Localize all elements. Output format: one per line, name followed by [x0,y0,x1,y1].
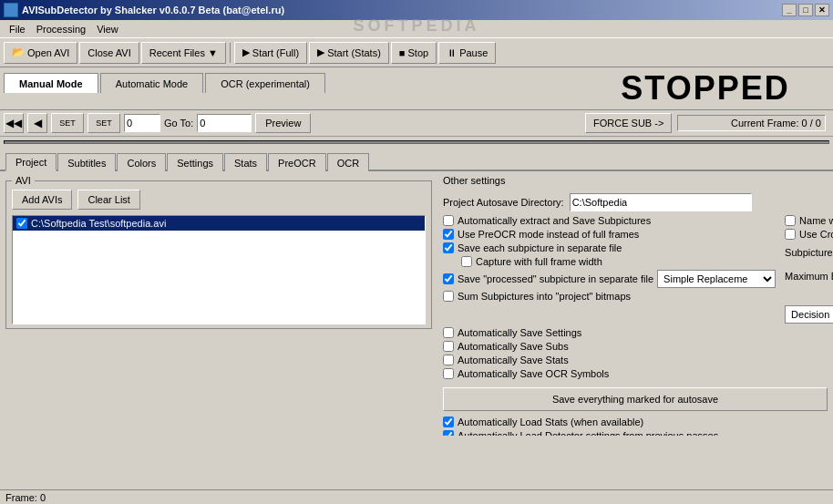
stop-icon: ■ [399,47,406,58]
right-col: Name with frame number first Use Crop Di… [785,215,833,324]
auto-load-detector-checkbox[interactable] [443,430,454,436]
auto-load-stats-row: Automatically Load Stats (when available… [443,417,828,427]
sum-subpictures-label: Sum Subpictures into "project" bitmaps [458,291,631,302]
titlebar: AVISubDetector by Shalcker v0.6.0.7 Beta… [0,0,833,20]
menu-view[interactable]: View [91,22,124,36]
start-full-button[interactable]: ▶ Start (Full) [234,42,307,64]
auto-save-settings-row: Automatically Save Settings [443,327,609,338]
use-crop-label: Use Crop Dimensions [799,229,833,240]
frame-input-2[interactable] [197,114,252,132]
open-avi-button[interactable]: 📂 Open AVI [4,42,77,64]
save-processed-checkbox[interactable] [443,273,454,284]
subpicture-margins-label: Subpicture Box Margins: [785,247,833,258]
file-checkbox[interactable] [16,218,27,229]
auto-save-ocr-row: Automatically Save OCR Symbols [443,368,609,379]
force-sub-row: FORCE SUB -> Current Frame: 0 / 0 [578,110,833,136]
use-crop-checkbox[interactable] [785,229,796,240]
main-content: AVI Add AVIs Clear List C:\Softpedia Tes… [0,171,833,436]
left-panel: AVI Add AVIs Clear List C:\Softpedia Tes… [0,171,437,436]
use-preocr-checkbox[interactable] [443,229,454,240]
auto-save-left: Automatically Save Settings Automaticall… [443,327,609,382]
start-stats-button[interactable]: ▶ Start (Stats) [309,42,389,64]
nav-back-button[interactable]: ◀◀ [4,113,24,133]
auto-save-settings-checkbox[interactable] [443,327,454,338]
use-preocr-label: Use PreOCR mode instead of full frames [458,229,639,240]
auto-save-section: Automatically Save Settings Automaticall… [443,327,828,382]
sum-subpictures-checkbox[interactable] [443,291,454,302]
file-list[interactable]: C:\Softpedia Test\softpedia.avi [12,215,426,324]
auto-mode-dropdown[interactable]: Decision Data [785,305,833,324]
set2-button[interactable]: SET [87,113,120,133]
recent-files-button[interactable]: Recent Files ▼ [141,42,226,64]
auto-load-detector-row: Automatically Load Detector settings fro… [443,430,828,436]
close-avi-button[interactable]: Close AVI [79,42,139,64]
tab-subtitles[interactable]: Subtitles [57,153,116,171]
list-item[interactable]: C:\Softpedia Test\softpedia.avi [13,216,425,231]
mode-tab-ocr[interactable]: OCR (experimental) [205,73,325,93]
auto-extract-checkbox[interactable] [443,215,454,226]
dropdown-arrow-icon: ▼ [208,47,218,58]
maximize-button[interactable]: □ [798,4,813,16]
auto-save-subs-checkbox[interactable] [443,341,454,352]
frame-input-1[interactable] [124,114,160,132]
autosave-button[interactable]: Save everything marked for autosave [443,387,828,411]
status-section: STOPPED [578,67,833,109]
name-frame-number-label: Name with frame number first [799,215,833,226]
save-processed-label: Save "processed" subpicture in separate … [458,273,653,284]
titlebar-title: AVISubDetector by Shalcker v0.6.0.7 Beta… [22,5,284,15]
tab-stats[interactable]: Stats [224,153,267,171]
play-stats-icon: ▶ [317,46,324,58]
name-frame-number-checkbox[interactable] [785,215,796,226]
clear-list-button[interactable]: Clear List [77,190,139,210]
tab-project[interactable]: Project [5,153,57,171]
tab-preocr[interactable]: PreOCR [268,153,326,171]
mode-tab-automatic[interactable]: Automatic Mode [100,73,203,93]
mode-tabs-row: Manual Mode Automatic Mode OCR (experime… [0,67,578,93]
force-sub-button[interactable]: FORCE SUB -> [585,113,672,133]
add-avis-button[interactable]: Add AVIs [12,190,72,210]
tab-settings[interactable]: Settings [167,153,223,171]
max-bitmap-row: Maximum Bitmap Height: [785,267,833,285]
stop-button[interactable]: ■ Stop [391,42,437,64]
preview-button[interactable]: Preview [255,113,311,133]
auto-save-subs-row: Automatically Save Subs [443,341,609,352]
menu-processing[interactable]: Processing [31,22,91,36]
autosave-dir-input[interactable] [570,193,752,211]
scrubber-track[interactable] [4,140,829,144]
auto-save-ocr-checkbox[interactable] [443,368,454,379]
auto-save-ocr-label: Automatically Save OCR Symbols [458,368,609,379]
stopped-indicator: STOPPED [621,69,789,108]
auto-save-stats-checkbox[interactable] [443,355,454,365]
statusbar: Frame: 0 [0,489,833,504]
subpicture-margins-row: Subpicture Box Margins: [785,243,833,262]
close-button[interactable]: ✕ [815,4,829,16]
pause-button[interactable]: ⏸ Pause [438,42,496,64]
use-preocr-row: Use PreOCR mode instead of full frames [443,229,776,240]
pause-icon: ⏸ [447,47,457,58]
save-each-checkbox[interactable] [443,242,454,253]
separator-1 [230,43,231,63]
minimize-button[interactable]: _ [782,4,797,16]
full-frame-width-checkbox[interactable] [461,256,472,267]
load-checkboxes-section: Automatically Load Stats (when available… [443,417,828,436]
auto-mode-label: Automatic Mode subs: [785,293,833,303]
tab-colors[interactable]: Colors [117,153,166,171]
avi-buttons: Add AVIs Clear List [12,190,426,210]
set1-button[interactable]: SET [51,113,84,133]
autosave-dir-label: Project Autosave Directory: [443,197,564,208]
goto-label: Go To: [164,118,193,129]
right-panel: Other settings Project Autosave Director… [437,171,833,436]
auto-load-stats-checkbox[interactable] [443,417,454,427]
menu-file[interactable]: File [4,22,31,36]
scrubber[interactable] [0,137,833,151]
mode-tab-manual[interactable]: Manual Mode [4,73,98,93]
auto-mode-section: Automatic Mode subs: Decision Data [785,293,833,324]
toolbar: 📂 Open AVI Close AVI Recent Files ▼ ▶ St… [0,38,833,67]
processed-dropdown[interactable]: Simple Replaceme [657,270,776,288]
nav-prev-button[interactable]: ◀ [27,113,47,133]
full-frame-width-label: Capture with full frame width [476,256,602,267]
tab-ocr[interactable]: OCR [327,153,369,171]
auto-extract-label: Automatically extract and Save Subpictur… [458,215,651,226]
menubar: File Processing View [0,20,833,38]
auto-save-subs-label: Automatically Save Subs [458,341,569,352]
